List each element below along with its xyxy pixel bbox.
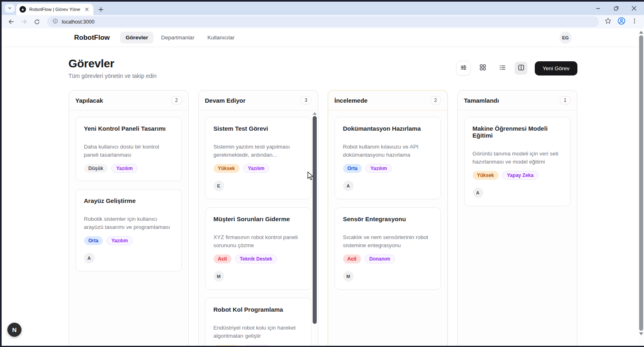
- filter-sliders-icon: [460, 64, 467, 73]
- tab-title: RobotFlow | Görev Yönetimi: [29, 7, 80, 12]
- task-card[interactable]: Arayüz Geliştirme Robotik sistemler için…: [76, 189, 182, 272]
- page-subtitle: Tüm görevleri yönetin ve takip edin: [69, 73, 157, 79]
- category-badge: Yazılım: [111, 164, 138, 173]
- column-title: Devam Ediyor: [205, 97, 246, 104]
- task-card[interactable]: Müşteri Sorunları Giderme XYZ firmasının…: [205, 207, 311, 290]
- card-description: XYZ firmasının robot kontrol paneli soru…: [214, 233, 303, 249]
- category-badge: Donanım: [365, 254, 395, 263]
- scroll-up-arrow-icon[interactable]: [313, 112, 317, 115]
- task-card[interactable]: Robot Kol Programlama Endüstriyel robot …: [205, 298, 311, 346]
- scroll-up-arrow-icon[interactable]: [639, 31, 643, 34]
- page-viewport: RobotFlow Görevler Departmanlar Kullanıc…: [2, 28, 644, 346]
- priority-badge: Orta: [84, 236, 103, 245]
- column-yapilacak: Yapılacak 2 Yeni Kontrol Paneli Tasarımı…: [69, 90, 189, 346]
- reload-icon[interactable]: [32, 17, 42, 27]
- assignee-avatar: M: [214, 271, 224, 282]
- address-bar[interactable]: localhost:3000: [47, 16, 599, 27]
- task-card[interactable]: Sistem Test Görevi Sistemin yazılım test…: [205, 117, 311, 199]
- card-title: Müşteri Sorunları Giderme: [214, 216, 303, 222]
- window-maximize-icon[interactable]: [610, 3, 622, 14]
- browser-menu-icon[interactable]: [631, 18, 638, 26]
- page-title: Görevler: [69, 57, 157, 70]
- card-description: Robotik sistemler için kullanıcı arayüzü…: [84, 215, 173, 231]
- card-description: Sistemin yazılım testi yapılması gerekme…: [214, 143, 303, 159]
- user-avatar[interactable]: EG: [560, 32, 572, 44]
- nav-item-kullanicilar[interactable]: Kullanıcılar: [202, 32, 240, 43]
- browser-toolbar: localhost:3000: [2, 15, 644, 28]
- card-description: Sıcaklık ve nem sensörlerinin robot sist…: [343, 233, 432, 249]
- task-card[interactable]: Sensör Entegrasyonu Sıcaklık ve nem sens…: [335, 207, 441, 290]
- card-description: Endüstriyel robot kolu için hareket algo…: [214, 324, 303, 340]
- card-description: Görüntü tanıma modeli için veri seti haz…: [473, 150, 562, 166]
- column-title: İncelemede: [335, 97, 368, 104]
- priority-badge: Acil: [214, 254, 231, 263]
- window-close-icon[interactable]: [628, 3, 640, 14]
- card-title: Sensör Entegrasyonu: [343, 216, 432, 222]
- category-badge: Yazılım: [243, 164, 270, 173]
- card-title: Sistem Test Görevi: [214, 125, 303, 132]
- column-count-badge: 1: [560, 96, 571, 104]
- column-count-badge: 2: [171, 96, 182, 104]
- nextjs-dev-badge[interactable]: N: [7, 323, 22, 337]
- card-title: Makine Öğrenmesi Modeli Eğitimi: [473, 125, 562, 139]
- category-badge: Yazılım: [106, 236, 133, 245]
- view-controls: Yeni Görev: [456, 61, 577, 75]
- kanban-board: Yapılacak 2 Yeni Kontrol Paneli Tasarımı…: [69, 90, 577, 346]
- task-card[interactable]: Dokümantasyon Hazırlama Robot kullanım k…: [335, 117, 441, 199]
- nav-item-gorevler[interactable]: Görevler: [120, 32, 153, 43]
- window-minimize-icon[interactable]: [592, 3, 604, 14]
- assignee-avatar: A: [473, 188, 483, 198]
- column-tamamlandi: Tamamlandı 1 Makine Öğrenmesi Modeli Eği…: [457, 90, 577, 346]
- column-count-badge: 2: [430, 96, 441, 104]
- scrollbar-thumb[interactable]: [639, 35, 643, 331]
- column-devam-ediyor: Devam Ediyor 3 Sistem Test Görevi Sistem…: [198, 90, 318, 346]
- filter-button[interactable]: [456, 61, 471, 75]
- card-title: Dokümantasyon Hazırlama: [343, 125, 432, 132]
- grid-view-button[interactable]: [475, 61, 490, 75]
- priority-badge: Düşük: [84, 164, 108, 173]
- tab-close-icon[interactable]: [84, 6, 90, 13]
- browser-tab[interactable]: RobotFlow | Görev Yönetimi: [16, 4, 93, 15]
- priority-badge: Yüksek: [473, 171, 499, 180]
- card-title: Robot Kol Programlama: [214, 306, 303, 313]
- bookmark-star-icon[interactable]: [605, 17, 612, 26]
- priority-badge: Acil: [343, 254, 361, 263]
- scroll-down-arrow-icon[interactable]: [639, 332, 643, 335]
- category-badge: Yapay Zeka: [502, 171, 538, 180]
- task-card[interactable]: Makine Öğrenmesi Modeli Eğitimi Görüntü …: [464, 117, 571, 206]
- browser-window: RobotFlow | Görev Yönetimi: [0, 0, 644, 347]
- url-text: localhost:3000: [62, 19, 95, 25]
- assignee-avatar: A: [84, 253, 95, 263]
- task-card[interactable]: Yeni Kontrol Paneli Tasarımı Daha kullan…: [76, 117, 182, 181]
- chevron-down-icon: [7, 5, 12, 12]
- column-scrollbar[interactable]: [312, 111, 318, 346]
- category-badge: Yazılım: [365, 164, 392, 173]
- priority-badge: Yüksek: [214, 345, 240, 346]
- column-count-badge: 3: [301, 96, 311, 104]
- main-nav: Görevler Departmanlar Kullanıcılar: [120, 32, 240, 43]
- assignee-avatar: E: [214, 181, 224, 191]
- tab-search-button[interactable]: [5, 4, 15, 13]
- column-title: Yapılacak: [76, 97, 103, 104]
- assignee-avatar: M: [343, 271, 354, 282]
- page-scrollbar[interactable]: [638, 28, 644, 346]
- forward-icon[interactable]: [19, 17, 29, 27]
- browser-tabstrip: RobotFlow | Görev Yönetimi: [2, 2, 644, 15]
- scrollbar-thumb[interactable]: [313, 116, 317, 324]
- new-tab-button[interactable]: [96, 4, 106, 14]
- priority-badge: Orta: [343, 164, 362, 173]
- app-header: RobotFlow Görevler Departmanlar Kullanıc…: [2, 28, 644, 47]
- column-incelemede: İncelemede 2 Dokümantasyon Hazırlama Rob…: [328, 90, 448, 346]
- nav-item-departmanlar[interactable]: Departmanlar: [156, 32, 200, 43]
- profile-icon[interactable]: [617, 17, 626, 27]
- card-title: Arayüz Geliştirme: [84, 197, 173, 204]
- list-view-button[interactable]: [495, 61, 510, 75]
- back-icon[interactable]: [6, 17, 16, 27]
- board-view-button[interactable]: [514, 62, 527, 75]
- robotflow-favicon-icon: [19, 6, 26, 13]
- new-task-button[interactable]: Yeni Görev: [535, 61, 577, 75]
- list-icon: [499, 64, 506, 73]
- priority-badge: Yüksek: [214, 164, 240, 173]
- grid-icon: [479, 64, 486, 73]
- site-info-icon[interactable]: [52, 18, 58, 26]
